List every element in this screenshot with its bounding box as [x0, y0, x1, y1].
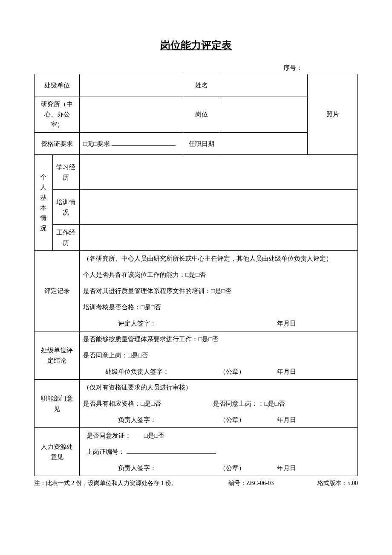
func-date: 年月日 — [273, 415, 354, 425]
start-date-label: 任职日期 — [183, 133, 220, 155]
func-opinion-label: 职能部门意见 — [35, 380, 80, 428]
eval-note: （各研究所、中心人员由研究所所长或中心主任评定，其他人员由处级单位负责人评定） — [83, 253, 354, 264]
eval-record-label: 评定记录 — [35, 251, 80, 331]
form-title: 岗位能力评定表 — [34, 38, 358, 52]
cert-label: 资格证要求 — [35, 133, 80, 155]
hr-cert-blank[interactable] — [127, 447, 216, 454]
eval-record-content: （各研究所、中心人员由研究所所长或中心主任评定，其他人员由处级单位负责人评定） … — [80, 251, 358, 331]
dept-conclusion-label: 处级单位评定结论 — [35, 331, 80, 380]
dept-seal: （公章） — [192, 366, 273, 377]
hr-q2-label: 上岗证编号： — [86, 448, 125, 455]
hr-date: 年月日 — [273, 463, 354, 473]
func-seal: （公章） — [192, 415, 273, 425]
func-q1[interactable]: 是否具有相应资格：□是□否 — [83, 398, 213, 409]
hr-q2-row[interactable]: 上岗证编号： — [83, 447, 354, 457]
dept-sig-row: 处级单位负责人签字： （公章） 年月日 — [83, 366, 354, 377]
dept-date: 年月日 — [273, 366, 354, 377]
institute-label: 研究所（中心、办公室） — [35, 96, 80, 133]
dept-conclusion-content: 是否能够按质量管理体系要求进行工作：□是□否 是否同意上岗：□是□否 处级单位负… — [80, 331, 358, 380]
position-value[interactable] — [220, 96, 308, 133]
work-value[interactable] — [80, 225, 358, 251]
hr-q1-label: 是否同意发证： — [86, 432, 131, 439]
dept-label: 处级单位 — [35, 74, 80, 96]
dept-q1[interactable]: 是否能够按质量管理体系要求进行工作：□是□否 — [83, 334, 354, 344]
eval-q3[interactable]: 培训考核是否合格：□是□否 — [83, 302, 354, 312]
edu-label: 学习经历 — [52, 155, 80, 190]
func-q-row: 是否具有相应资格：□是□否 是否同意上岗：：□是□否 — [83, 398, 354, 409]
eval-q2[interactable]: 是否对其进行质量管理体系程序文件的培训：□是□否 — [83, 286, 354, 296]
cert-blank[interactable] — [112, 139, 176, 146]
name-label: 姓名 — [183, 74, 220, 96]
cert-value[interactable]: □无□要求 — [80, 133, 183, 155]
hr-opinion-content: 是否同意发证： □是□否 上岗证编号： 负责人签字： （公章） 年月日 — [80, 428, 358, 476]
hr-seal: （公章） — [192, 463, 273, 473]
hr-q1-row[interactable]: 是否同意发证： □是□否 — [83, 430, 354, 441]
func-sig-label: 负责人签字： — [83, 415, 191, 425]
train-value[interactable] — [80, 190, 358, 225]
footer-version: 格式版本：5.00 — [300, 479, 358, 487]
hr-sig-label: 负责人签字： — [83, 463, 191, 473]
dept-q2[interactable]: 是否同意上岗：□是□否 — [83, 350, 354, 360]
eval-sig-label: 评定人签字： — [83, 318, 191, 328]
hr-q1-opts[interactable]: □是□否 — [144, 432, 164, 439]
cert-text: □无□要求 — [83, 140, 112, 147]
position-label: 岗位 — [183, 96, 220, 133]
work-label: 工作经历 — [52, 225, 80, 251]
start-date-value[interactable] — [220, 133, 308, 155]
footer-note: 注：此表一式 2 份，设岗单位和人力资源处各存 1 份。 — [34, 479, 228, 487]
photo-cell: 照片 — [308, 74, 358, 155]
name-value[interactable] — [220, 74, 308, 96]
hr-opinion-label: 人力资源处意见 — [35, 428, 80, 476]
footer-code: 编号：ZBC-06-03 — [228, 479, 300, 487]
basic-section-label: 个人基本情况 — [35, 155, 53, 251]
train-label: 培训情况 — [52, 190, 80, 225]
eval-q1[interactable]: 个人是否具备在该岗位工作的能力：□是□否 — [83, 270, 354, 280]
func-opinion-content: （仅对有资格证要求的人员进行审核） 是否具有相应资格：□是□否 是否同意上岗：：… — [80, 380, 358, 428]
footer: 注：此表一式 2 份，设岗单位和人力资源处各存 1 份。 编号：ZBC-06-0… — [34, 479, 358, 487]
dept-value[interactable] — [80, 74, 183, 96]
func-note: （仅对有资格证要求的人员进行审核） — [83, 382, 354, 392]
institute-value[interactable] — [80, 96, 183, 133]
eval-date: 年月日 — [273, 318, 354, 328]
sequence-label: 序号： — [34, 64, 358, 72]
eval-sig-row: 评定人签字： 年月日 — [83, 318, 354, 328]
edu-value[interactable] — [80, 155, 358, 190]
func-q2[interactable]: 是否同意上岗：：□是□否 — [213, 398, 354, 409]
hr-sig-row: 负责人签字： （公章） 年月日 — [83, 463, 354, 473]
evaluation-form-table: 处级单位 姓名 照片 研究所（中心、办公室） 岗位 资格证要求 □无□要求 任职… — [34, 74, 358, 476]
dept-sig-label: 处级单位负责人签字： — [83, 366, 191, 377]
func-sig-row: 负责人签字： （公章） 年月日 — [83, 415, 354, 425]
